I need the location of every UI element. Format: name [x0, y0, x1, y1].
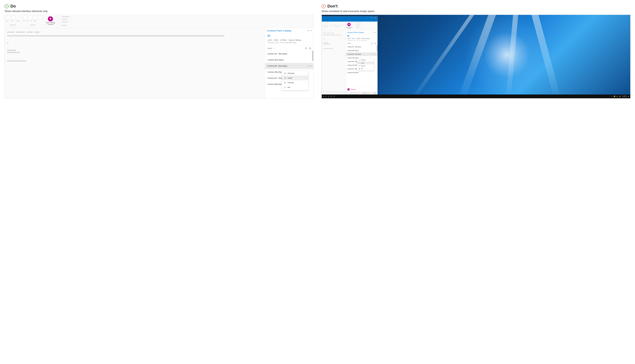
- zoom-slider[interactable]: [361, 93, 370, 94]
- do-subtitle: Show relevant interface elements only.: [5, 10, 313, 13]
- app-window: — ▢ ✕: [322, 16, 378, 95]
- zoom-in-icon[interactable]: +: [371, 92, 372, 94]
- parts-catalog-ribbon-button[interactable]: Parts CatalogContoso: [346, 22, 352, 29]
- taskbar-app-icon[interactable]: [331, 96, 332, 97]
- list-view-icon[interactable]: [371, 43, 373, 44]
- list-view-icon[interactable]: [305, 48, 307, 49]
- list-item-selected[interactable]: Contoso 60 - 65w Equal • • •: [265, 63, 313, 69]
- cross-icon: [322, 4, 326, 8]
- zoom-out-icon[interactable]: −: [359, 92, 360, 94]
- pane-title: Contoso Parts Catalog: [347, 32, 364, 33]
- brand-avatar: C: [347, 88, 350, 90]
- list-item-selected[interactable]: Contoso 60 - 65w Equal • • •: [346, 52, 377, 56]
- window-close-icon[interactable]: ✕: [374, 17, 377, 19]
- windows-taskbar: ⊞ ^ ▭ 📶 🔊 ⌨ 6:30 AM 7/30/2015: [322, 94, 630, 98]
- do-column: Do Show relevant interface elements only…: [5, 4, 313, 98]
- start-icon[interactable]: ⊞: [323, 96, 324, 97]
- taskbar-app-icon[interactable]: [334, 96, 335, 97]
- ctx-format[interactable]: Format: [282, 80, 308, 85]
- insert-icon: [284, 77, 286, 79]
- tray-chevron-icon[interactable]: ^: [610, 96, 610, 97]
- ctx-preview[interactable]: Preview: [282, 71, 308, 76]
- brand-name: Contoso: [351, 89, 356, 90]
- scrollbar-thumb[interactable]: [312, 51, 313, 61]
- search-heading: LED - R30 - 2700K - Warm White: [268, 39, 311, 42]
- svg-point-6: [285, 73, 285, 74]
- ctx-insert[interactable]: Insert: [282, 76, 308, 80]
- lightbulb-icon: [48, 16, 53, 22]
- ctx-pin[interactable]: 📌Pin: [357, 67, 374, 70]
- search-subtext: 16 results in LED - R30 - 60-65 Watt Equ…: [347, 40, 376, 41]
- results-list: Contoso 60 - 65w Equal Contoso 85w Equal…: [265, 50, 313, 98]
- ribbon: Parts CatalogContoso: [5, 15, 313, 28]
- task-pane: Contoso Parts Catalog ▼ ✕ LED - R30 - 27…: [346, 30, 377, 92]
- ctx-pin[interactable]: Pin: [282, 85, 308, 90]
- grid-view-icon[interactable]: [375, 43, 376, 44]
- ribbon-button-label-2: Contoso: [48, 24, 53, 25]
- tray-wifi-icon[interactable]: 📶: [614, 96, 615, 97]
- pane-close-icon[interactable]: ✕: [375, 32, 376, 33]
- hamburger-icon[interactable]: [268, 35, 270, 37]
- dont-column: Don't Show unrelated UI and excessive em…: [322, 4, 630, 98]
- pane-title: Contoso Parts Catalog: [267, 29, 291, 32]
- tray-battery-icon[interactable]: ▭: [611, 96, 612, 97]
- list-item[interactable]: Contoso 60 - 65w Equal: [265, 51, 313, 57]
- window-maximize-icon[interactable]: ▢: [370, 17, 373, 19]
- hamburger-icon[interactable]: [347, 35, 349, 36]
- context-menu: ◎Preview ≡Insert ⚙Format 📌Pin: [357, 58, 374, 71]
- list-item[interactable]: Contoso 85w Equal: [346, 49, 377, 52]
- pin-icon: 📌: [358, 68, 360, 70]
- ctx-format[interactable]: ⚙Format: [357, 64, 374, 67]
- grid-view-icon[interactable]: [309, 48, 311, 49]
- preview-icon: ◎: [358, 59, 360, 61]
- search-heading: LED - R30 - 2700K - Warm White: [347, 38, 376, 40]
- zoom-level[interactable]: 100%: [373, 92, 376, 94]
- search-subtext: 16 results in LED - R30 - 60-65 Watt Equ…: [268, 42, 311, 44]
- context-menu: Preview Insert Format: [282, 70, 308, 90]
- taskbar-app-icon[interactable]: [325, 96, 327, 97]
- sort-arrow-icon[interactable]: ↓: [351, 43, 352, 44]
- window-minimize-icon[interactable]: —: [366, 17, 369, 19]
- sort-arrow-icon[interactable]: ↓: [273, 47, 274, 49]
- taskbar-app-icon[interactable]: [328, 96, 330, 97]
- do-example-frame: Parts CatalogContoso: [5, 15, 313, 98]
- do-heading: Do: [11, 4, 16, 8]
- list-item[interactable]: Contoso 85w Equal: [265, 57, 313, 63]
- ctx-insert[interactable]: ≡Insert: [357, 62, 374, 64]
- ctx-preview[interactable]: ◎Preview: [357, 58, 374, 62]
- svg-point-13: [285, 83, 286, 83]
- tray-keyboard-icon[interactable]: ⌨: [619, 96, 621, 97]
- view-mode-icon[interactable]: [350, 92, 352, 94]
- status-bar: − + 100%: [322, 92, 377, 94]
- format-icon: ⚙: [358, 65, 360, 66]
- checkmark-icon: [5, 4, 9, 8]
- window-titlebar: — ▢ ✕: [322, 16, 377, 19]
- sort-label[interactable]: Name: [347, 43, 351, 44]
- tray-notifications-icon[interactable]: ▣: [628, 96, 629, 97]
- format-icon: [284, 82, 286, 84]
- scrollbar-thumb[interactable]: [377, 45, 377, 52]
- list-item[interactable]: Contoso 85w Equal: [346, 71, 377, 74]
- preview-icon: [284, 72, 286, 74]
- taskbar-date[interactable]: 7/30/2015: [622, 96, 627, 98]
- document-skeleton: [322, 30, 346, 92]
- more-icon[interactable]: • • •: [371, 54, 376, 55]
- pane-dropdown-icon[interactable]: ▼: [307, 30, 309, 32]
- pane-close-icon[interactable]: ✕: [310, 30, 312, 32]
- list-item[interactable]: Contoso 60 - 65w Equal: [346, 45, 377, 49]
- insert-icon: ≡: [358, 62, 360, 64]
- task-pane: Contoso Parts Catalog ▼ ✕ LED - R30 - 27…: [265, 28, 313, 98]
- ribbon: Parts CatalogContoso: [322, 22, 377, 30]
- view-mode-icon[interactable]: [353, 92, 355, 94]
- pane-dropdown-icon[interactable]: ▼: [373, 32, 374, 33]
- pane-footer: C Contoso: [346, 87, 377, 92]
- sort-label[interactable]: Name: [268, 47, 272, 49]
- more-icon[interactable]: • • •: [306, 65, 313, 67]
- document-skeleton: [5, 28, 265, 98]
- tray-volume-icon[interactable]: 🔊: [616, 96, 618, 97]
- svg-point-11: [285, 82, 285, 82]
- pin-icon: [284, 86, 286, 88]
- dont-subtitle: Show unrelated UI and excessive empty sp…: [322, 10, 630, 13]
- view-mode-icon[interactable]: [356, 92, 358, 94]
- parts-catalog-ribbon-button[interactable]: Parts CatalogContoso: [46, 16, 55, 26]
